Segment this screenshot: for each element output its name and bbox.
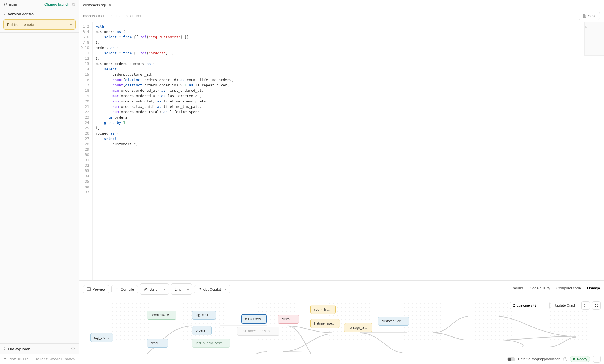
svg-rect-3 xyxy=(73,4,75,6)
code-editor[interactable]: 1 2 3 4 5 6 7 8 9 10 11 12 13 14 15 16 1… xyxy=(79,22,604,280)
svg-point-0 xyxy=(4,3,5,4)
change-branch-link[interactable]: Change branch xyxy=(44,2,69,6)
close-icon[interactable]: ✕ xyxy=(109,3,112,7)
lineage-node-stg-custo[interactable]: stg_custo… xyxy=(192,311,216,320)
tab-customers[interactable]: customers.sql ✕ xyxy=(79,0,116,10)
chevron-right-icon xyxy=(3,347,6,350)
new-tab-button[interactable]: ＋ xyxy=(594,0,604,10)
breadcrumb-seg[interactable]: models xyxy=(83,14,95,18)
defer-toggle[interactable] xyxy=(507,357,515,361)
compile-label: Compile xyxy=(121,287,134,291)
wrench-icon xyxy=(144,287,148,291)
build-label: Build xyxy=(149,287,158,291)
refresh-icon xyxy=(594,303,598,307)
lint-label: Lint xyxy=(175,287,181,291)
fullscreen-icon xyxy=(584,303,588,307)
tab-lineage[interactable]: Lineage xyxy=(587,286,600,292)
file-explorer-title: File explorer xyxy=(8,347,30,351)
lineage-node-stg-orders[interactable]: stg_orders xyxy=(90,333,113,342)
breadcrumb-seg[interactable]: marts xyxy=(98,14,108,18)
chevron-up-icon xyxy=(3,357,7,360)
chevron-down-icon xyxy=(187,288,189,291)
preview-button[interactable]: Preview xyxy=(83,285,109,293)
sparkle-icon xyxy=(198,287,202,291)
branch-name[interactable]: main xyxy=(3,2,17,6)
build-button[interactable]: Build xyxy=(140,283,169,295)
pull-button-label: Pull from remote xyxy=(4,23,37,27)
lineage-node-lifetime[interactable]: lifetime_spen… xyxy=(310,319,340,328)
fullscreen-button[interactable] xyxy=(581,301,590,310)
lineage-node-test-supply[interactable]: test_supply_costs_s… xyxy=(192,339,230,348)
version-control-title: Version control xyxy=(8,12,35,16)
preview-label: Preview xyxy=(92,287,105,291)
result-tabs: Results Code quality Compiled code Linea… xyxy=(511,286,600,292)
lineage-node-order-it[interactable]: order_it… xyxy=(147,339,168,348)
save-button[interactable]: Save xyxy=(579,12,600,20)
lineage-controls: Update Graph xyxy=(510,301,601,310)
lineage-node-count-lif[interactable]: count_lif… xyxy=(310,305,336,314)
footer: dbt build --select <model_name> Defer to… xyxy=(0,354,604,364)
search-icon[interactable] xyxy=(71,347,76,351)
action-bar: Preview Compile Build Lint dbt Co xyxy=(79,280,604,298)
build-dropdown[interactable] xyxy=(161,285,169,293)
lineage-node-ecom-raw[interactable]: ecom.raw_cu… xyxy=(147,311,176,320)
chevron-down-icon xyxy=(70,23,73,26)
save-icon xyxy=(582,14,586,18)
help-icon[interactable]: ? xyxy=(563,357,567,361)
editor: customers.sql ✕ ＋ models / marts / custo… xyxy=(79,0,604,354)
breadcrumb-sep: / xyxy=(96,14,97,18)
breadcrumb-seg[interactable]: customers.sql xyxy=(111,14,133,18)
ready-label: Ready xyxy=(577,357,587,361)
chevron-down-icon xyxy=(3,13,6,15)
lineage-node-customers[interactable]: customers xyxy=(241,314,267,324)
copilot-label: dbt Copilot xyxy=(203,287,221,291)
line-gutter: 1 2 3 4 5 6 7 8 9 10 11 12 13 14 15 16 1… xyxy=(79,22,93,280)
lineage-node-test-order[interactable]: test_order_items_com… xyxy=(237,327,279,336)
tabs-bar: customers.sql ✕ ＋ xyxy=(79,0,604,10)
sidebar: main Change branch Version control Pull … xyxy=(0,0,79,354)
tab-compiled-code[interactable]: Compiled code xyxy=(556,286,581,292)
file-explorer-section: File explorer xyxy=(0,343,79,354)
lineage-node-customer-orde[interactable]: customer_orde… xyxy=(378,317,409,326)
version-control-header[interactable]: Version control xyxy=(3,12,76,16)
chevron-down-icon xyxy=(163,288,166,291)
breadcrumb: models / marts / customers.sql ⟳ Save xyxy=(79,10,604,22)
svg-point-2 xyxy=(6,3,7,4)
tab-results[interactable]: Results xyxy=(511,286,523,292)
table-icon xyxy=(87,287,91,291)
chevron-down-icon xyxy=(224,288,227,291)
code-content[interactable]: withcustomers as ( select * from {{ ref(… xyxy=(93,22,604,280)
tab-filename: customers.sql xyxy=(83,3,106,7)
lint-button[interactable]: Lint xyxy=(171,283,192,295)
ready-dot-icon xyxy=(573,358,575,360)
update-graph-button[interactable]: Update Graph xyxy=(552,302,579,309)
status-ready[interactable]: Ready xyxy=(570,356,590,362)
lineage-node-orders[interactable]: orders xyxy=(192,326,212,335)
lint-dropdown[interactable] xyxy=(184,285,192,293)
compile-button[interactable]: Compile xyxy=(111,285,138,293)
tab-code-quality[interactable]: Code quality xyxy=(530,286,550,292)
copilot-button[interactable]: dbt Copilot xyxy=(194,285,230,293)
pull-from-remote-button[interactable]: Pull from remote xyxy=(3,19,76,30)
expand-command-bar[interactable] xyxy=(3,357,7,361)
save-label: Save xyxy=(588,14,596,18)
breadcrumb-sep: / xyxy=(109,14,110,18)
minimap[interactable]: ▬▬▬▬▬▬▬▬▬▬▬▬▬▬▬▬▬▬▬▬▬▬▬▬▬▬▬▬▬▬▬▬▬ xyxy=(584,22,604,56)
pull-dropdown[interactable] xyxy=(67,20,75,29)
branch-label: main xyxy=(9,2,17,6)
svg-point-1 xyxy=(4,5,5,6)
code-icon xyxy=(115,287,119,291)
lineage-node-custom[interactable]: custom… xyxy=(278,315,299,324)
refresh-button[interactable] xyxy=(592,301,601,310)
file-explorer-header[interactable]: File explorer xyxy=(3,347,69,351)
copy-icon[interactable] xyxy=(72,3,76,6)
branch-bar: main Change branch xyxy=(0,0,79,9)
svg-point-4 xyxy=(72,347,74,350)
more-button[interactable]: ⋯ xyxy=(593,356,601,363)
defer-label: Defer to staging/production xyxy=(518,357,560,361)
diff-icon[interactable]: ⟳ xyxy=(136,14,141,18)
command-hint[interactable]: dbt build --select <model_name> xyxy=(10,357,75,361)
lineage-node-average[interactable]: average_ord… xyxy=(344,323,372,332)
lineage-panel[interactable]: stg_orders ecom.raw_cu… order_it… stg_cu… xyxy=(79,298,604,354)
lineage-selector-input[interactable] xyxy=(510,302,550,309)
